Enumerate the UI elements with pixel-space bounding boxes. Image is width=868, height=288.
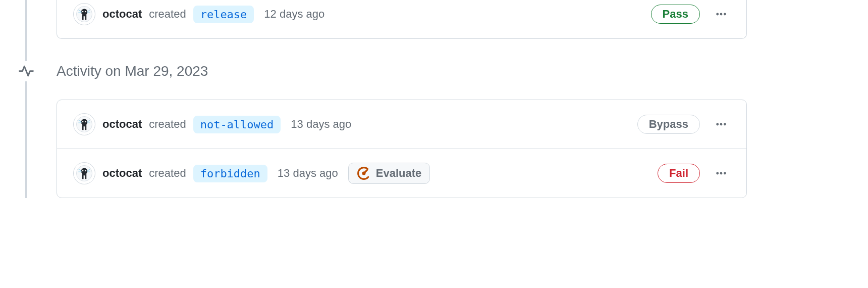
activity-info: octocat created forbidden 13 days ago Ev…: [73, 162, 649, 184]
svg-point-2: [82, 11, 84, 13]
branch-tag[interactable]: release: [193, 6, 254, 23]
svg-point-6: [82, 121, 84, 123]
activity-actions: Fail: [658, 164, 730, 183]
date-header: Activity on Mar 29, 2023: [29, 61, 747, 81]
svg-point-1: [81, 9, 88, 15]
timeline-line: [25, 0, 27, 198]
svg-point-10: [82, 170, 84, 172]
avatar[interactable]: [73, 113, 95, 135]
gauge-icon: [357, 166, 371, 180]
branch-tag[interactable]: forbidden: [193, 165, 267, 182]
username[interactable]: octocat: [102, 118, 142, 131]
evaluate-badge[interactable]: Evaluate: [348, 163, 430, 184]
svg-point-9: [81, 168, 88, 174]
pulse-icon: [16, 61, 36, 81]
kebab-menu-button[interactable]: [712, 164, 730, 182]
svg-point-5: [81, 119, 88, 125]
kebab-menu-button[interactable]: [712, 5, 730, 23]
time-text: 13 days ago: [291, 118, 351, 131]
activity-info: octocat created not-allowed 13 days ago: [73, 113, 629, 135]
svg-point-11: [85, 170, 87, 172]
octocat-icon: [76, 116, 93, 133]
octocat-icon: [76, 6, 93, 23]
activity-row[interactable]: octocat created forbidden 13 days ago Ev…: [57, 149, 746, 198]
action-text: created: [149, 167, 186, 180]
octocat-icon: [76, 165, 93, 182]
time-text: 13 days ago: [278, 167, 338, 180]
activity-actions: Pass: [651, 5, 730, 24]
activity-info: octocat created release 12 days ago: [73, 3, 643, 25]
evaluate-label: Evaluate: [376, 167, 422, 180]
username[interactable]: octocat: [102, 167, 142, 180]
status-badge-bypass: Bypass: [637, 115, 700, 134]
status-badge-pass: Pass: [651, 5, 700, 24]
kebab-icon: [715, 118, 728, 131]
activity-row[interactable]: octocat created release 12 days ago Pass: [57, 0, 746, 38]
avatar[interactable]: [73, 3, 95, 25]
svg-point-3: [85, 11, 87, 13]
svg-point-7: [85, 121, 87, 123]
activity-actions: Bypass: [637, 115, 730, 134]
kebab-icon: [715, 167, 728, 180]
avatar[interactable]: [73, 162, 95, 184]
time-text: 12 days ago: [264, 8, 324, 21]
activity-group: octocat created not-allowed 13 days ago …: [57, 100, 747, 198]
username[interactable]: octocat: [102, 8, 142, 21]
branch-tag[interactable]: not-allowed: [193, 116, 281, 133]
activity-row[interactable]: octocat created not-allowed 13 days ago …: [57, 100, 746, 149]
action-text: created: [149, 118, 186, 131]
kebab-menu-button[interactable]: [712, 115, 730, 133]
status-badge-fail: Fail: [658, 164, 700, 183]
activity-group: octocat created release 12 days ago Pass: [57, 0, 747, 39]
action-text: created: [149, 8, 186, 21]
kebab-icon: [715, 8, 728, 21]
date-label: Activity on Mar 29, 2023: [57, 63, 208, 79]
